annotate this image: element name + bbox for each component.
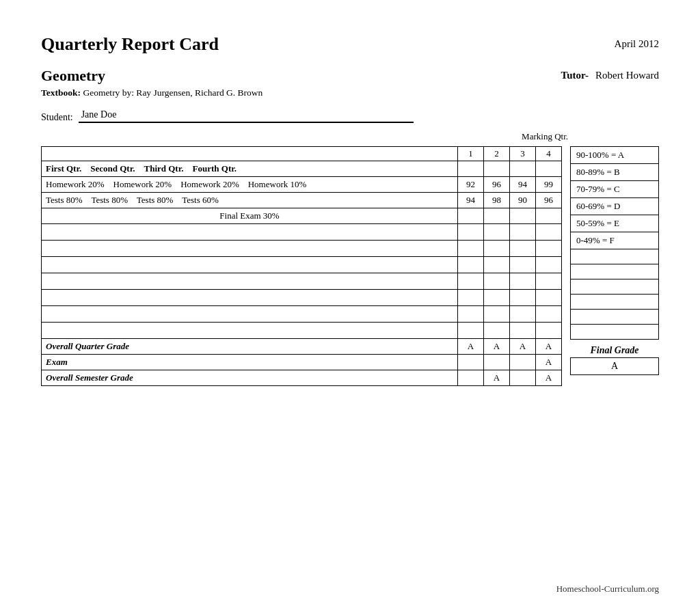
empty-row-6 (42, 306, 562, 323)
oqg-1: A (458, 339, 484, 355)
footer-text: Homeschool-Curriculum.org (556, 584, 659, 594)
empty-row-5 (42, 290, 562, 306)
tutor-name: Robert Howard (595, 70, 659, 81)
exam-label: Exam (42, 355, 458, 370)
student-line: Student: Jane Doe (41, 109, 659, 123)
legend-empty-3 (571, 279, 659, 295)
legend-empty-4 (571, 295, 659, 310)
osg-3 (510, 370, 536, 386)
exam-q4: A (536, 355, 562, 370)
legend-row-4: 50-59% = E (571, 215, 659, 232)
overall-quarter-label: Overall Quarter Grade (42, 339, 458, 355)
row-overall-quarter: Overall Quarter Grade A A A A (42, 339, 562, 355)
empty-row-2 (42, 241, 562, 257)
subject-name: Geometry (41, 67, 105, 85)
legend-item-3: 60-69% = D (571, 198, 659, 215)
final-grade-section: Final Grade A (570, 345, 659, 375)
hw-grade-1: 92 (458, 177, 484, 193)
row-final-exam-desc: Final Exam 30% (42, 208, 458, 224)
hw-grade-2: 96 (484, 177, 510, 193)
legend-row-2: 70-79% = C (571, 181, 659, 198)
row-homework: Homework 20% Homework 20% Homework 20% H… (42, 177, 562, 193)
legend-item-2: 70-79% = C (571, 181, 659, 198)
row-final-exam: Final Exam 30% (42, 208, 562, 224)
right-section: 90-100% = A 80-89% = B 70-79% = C 60-69%… (570, 146, 659, 386)
legend-empty-1 (571, 249, 659, 264)
empty-row-4 (42, 273, 562, 290)
qtr-col-1: 1 (458, 147, 484, 161)
osg-2: A (484, 370, 510, 386)
exam-grade-2 (484, 208, 510, 224)
final-grade-value: A (570, 357, 659, 375)
header-row: Quarterly Report Card April 2012 (41, 34, 659, 55)
legend-empty-2 (571, 264, 659, 279)
col-fourth-qtr: Fourth Qtr. (193, 163, 237, 174)
test-grade-3: 90 (510, 193, 536, 208)
row-exam: Exam A (42, 355, 562, 370)
grade-table: 1 2 3 4 First Qtr. Second Qtr. Third Qtr… (41, 146, 562, 386)
marking-qtr-label: Marking Qtr. (522, 131, 568, 142)
legend-item-0: 90-100% = A (571, 147, 659, 164)
oqg-3: A (510, 339, 536, 355)
textbook-label: Textbook: (41, 87, 81, 98)
legend-empty-6 (571, 325, 659, 340)
legend-row-1: 80-89% = B (571, 164, 659, 181)
row-tests-desc: Tests 80% Tests 80% Tests 80% Tests 60% (42, 193, 458, 208)
col-third-qtr: Third Qtr. (144, 163, 183, 174)
qtr-col-2: 2 (484, 147, 510, 161)
tutor-section: Tutor- Robert Howard (561, 70, 659, 81)
empty-row-1 (42, 224, 562, 241)
legend-row-0: 90-100% = A (571, 147, 659, 164)
exam-grade-4 (536, 208, 562, 224)
report-date: April 2012 (615, 38, 659, 50)
exam-q3 (510, 355, 536, 370)
qtr-col-3: 3 (510, 147, 536, 161)
legend-item-4: 50-59% = E (571, 215, 659, 232)
student-section: Student: Jane Doe (41, 109, 659, 123)
exam-grade-1 (458, 208, 484, 224)
osg-1 (458, 370, 484, 386)
legend-row-5: 0-49% = F (571, 232, 659, 249)
final-grade-label: Final Grade (570, 345, 659, 356)
footer: Homeschool-Curriculum.org (556, 584, 659, 594)
tutor-label: Tutor- (561, 70, 589, 81)
col-first-qtr: First Qtr. (46, 163, 81, 174)
textbook-value: Geometry by: Ray Jurgensen, Richard G. B… (83, 87, 262, 98)
student-label: Student: (41, 112, 73, 123)
empty-row-7 (42, 323, 562, 339)
test-grade-2: 98 (484, 193, 510, 208)
row-homework-desc: Homework 20% Homework 20% Homework 20% H… (42, 177, 458, 193)
empty-row-3 (42, 257, 562, 273)
exam-grade-3 (510, 208, 536, 224)
legend-item-1: 80-89% = B (571, 164, 659, 181)
legend-table: 90-100% = A 80-89% = B 70-79% = C 60-69%… (570, 146, 659, 340)
osg-4: A (536, 370, 562, 386)
hw-grade-3: 94 (510, 177, 536, 193)
exam-q2 (484, 355, 510, 370)
legend-row-3: 60-69% = D (571, 198, 659, 215)
oqg-4: A (536, 339, 562, 355)
qtr-number-row: 1 2 3 4 (42, 147, 562, 161)
report-title: Quarterly Report Card (41, 34, 219, 55)
left-section: 1 2 3 4 First Qtr. Second Qtr. Third Qtr… (41, 146, 562, 386)
student-name: Jane Doe (79, 109, 414, 123)
exam-q1 (458, 355, 484, 370)
subject-row: Geometry Tutor- Robert Howard (41, 67, 659, 85)
legend-item-5: 0-49% = F (571, 232, 659, 249)
overall-semester-label: Overall Semester Grade (42, 370, 458, 386)
report-card-page: Quarterly Report Card April 2012 Geometr… (0, 0, 700, 615)
row-tests: Tests 80% Tests 80% Tests 80% Tests 60% … (42, 193, 562, 208)
qtr-col-4: 4 (536, 147, 562, 161)
legend-empty-5 (571, 310, 659, 325)
main-table-area: 1 2 3 4 First Qtr. Second Qtr. Third Qtr… (41, 146, 659, 386)
test-grade-4: 96 (536, 193, 562, 208)
test-grade-1: 94 (458, 193, 484, 208)
header-row-labels: First Qtr. Second Qtr. Third Qtr. Fourth… (42, 161, 562, 177)
col-second-qtr: Second Qtr. (90, 163, 135, 174)
row-overall-semester: Overall Semester Grade A A (42, 370, 562, 386)
textbook-row: Textbook: Geometry by: Ray Jurgensen, Ri… (41, 87, 659, 98)
oqg-2: A (484, 339, 510, 355)
hw-grade-4: 99 (536, 177, 562, 193)
